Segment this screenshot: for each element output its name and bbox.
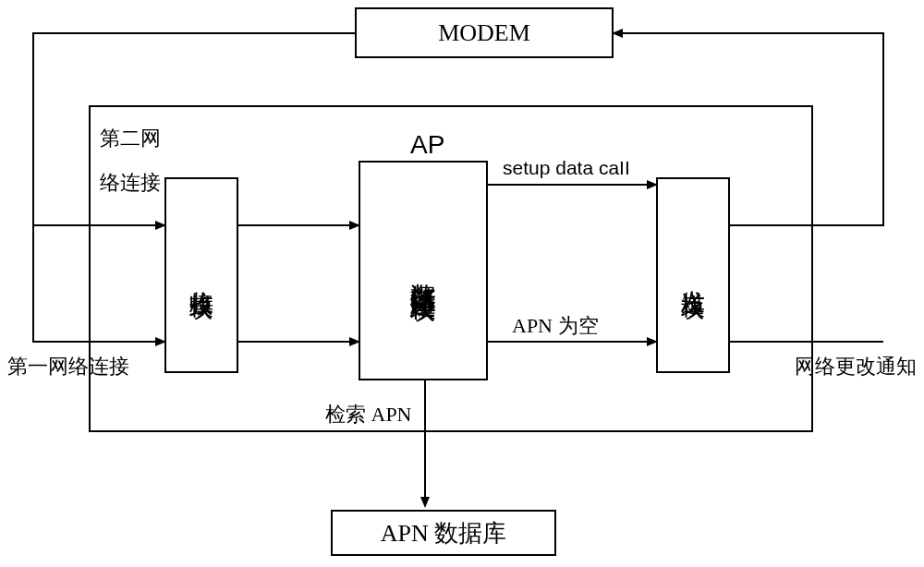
modem-box: MODEM: [355, 7, 614, 58]
setup-call-label: setup data caII: [503, 153, 630, 183]
receive-label: 接收模块: [185, 271, 217, 279]
net-change-label: 网络更改通知: [795, 351, 917, 381]
datalink-module: 数据链路建链模块: [359, 161, 488, 380]
send-label: 发送模块: [676, 271, 709, 279]
receive-module: 接收模块: [164, 177, 238, 373]
apn-db-label: APN 数据库: [381, 517, 507, 549]
modem-label: MODEM: [438, 19, 530, 47]
datalink-label: 数据链路建链模块: [407, 263, 440, 278]
apn-empty-label: APN 为空: [512, 310, 599, 341]
second-net-label: 第二网 络连接: [100, 116, 161, 206]
send-module: 发送模块: [656, 177, 730, 373]
first-net-label: 第一网络连接: [7, 351, 129, 381]
ap-title: AP: [410, 126, 444, 164]
search-apn-label: 检索 APN: [325, 399, 412, 429]
apn-db-box: APN 数据库: [331, 510, 556, 556]
